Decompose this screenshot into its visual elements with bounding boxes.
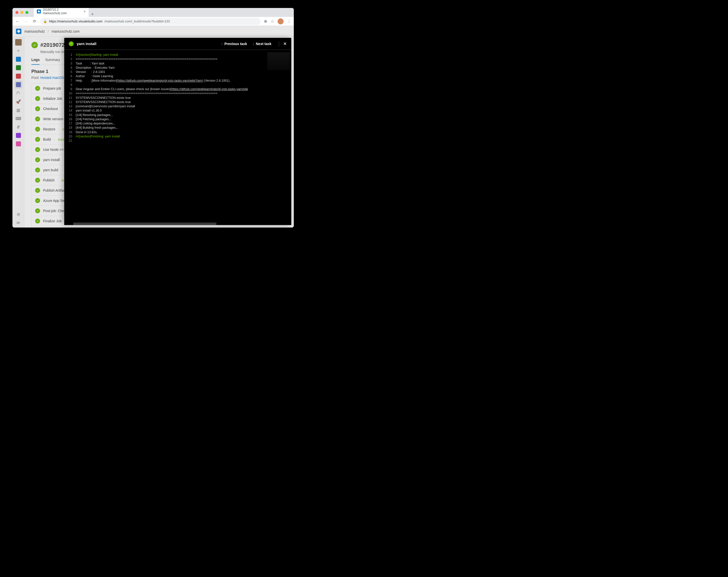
line-text: yarn install v1.16.0 [76,108,291,113]
log-line: 18[4/4] Building fresh packages... [64,126,291,130]
line-text: SYSTEMVSSCONNECTION exists true [76,100,291,104]
address-bar[interactable]: 🔒 https://mariusschulz.visualstudio.com/… [40,18,260,25]
line-text: ========================================… [76,91,291,96]
browser-toolbar: ← → ⟳ 🔒 https://mariusschulz.visualstudi… [12,17,294,26]
arrow-down-icon: ↓ [253,42,255,46]
line-number: 21 [64,139,76,143]
log-line: 19Done in 13.62s. [64,130,291,134]
line-number: 10 [64,91,76,96]
log-title: yarn install [77,42,96,46]
line-text: Done in 13.62s. [76,130,291,134]
log-line: 12SYSTEMVSSCONNECTION exists true [64,100,291,104]
close-log-button[interactable]: ✕ [279,41,287,47]
line-number: 13 [64,104,76,108]
new-tab-button[interactable]: + [91,12,94,17]
line-number: 14 [64,108,76,113]
line-text: [2/4] Fetching packages... [76,117,291,122]
log-line: 10======================================… [64,91,291,96]
line-text [76,83,291,87]
close-tab-icon[interactable]: × [84,9,86,14]
line-text: SYSTEMVSSCONNECTION exists true [76,96,291,100]
log-line: 5Version : 2.8.1001 [64,70,291,74]
browser-window: 20190722.2 mariusschulz.com × + ← → ⟳ 🔒 … [12,8,294,228]
line-number: 17 [64,122,76,126]
titlebar: 20190722.2 mariusschulz.com × + [12,8,294,17]
line-number: 5 [64,70,76,74]
minimize-window[interactable] [20,11,23,14]
line-number: 8 [64,83,76,87]
lock-icon: 🔒 [43,20,47,23]
log-line: 6Author : Geek Learning [64,74,291,78]
previous-task-button[interactable]: ↑ Previous task [221,42,247,46]
line-text [76,139,291,143]
log-line: 20##[section]Finishing: yarn install [64,134,291,139]
line-number: 15 [64,113,76,117]
line-number: 3 [64,61,76,66]
line-number: 2 [64,57,76,61]
log-panel: ✓ yarn install ↑ Previous task ↓ Next ta… [64,38,291,225]
log-line: 21 [64,139,291,143]
line-text: ========================================… [76,57,291,61]
line-text: Version : 2.8.1001 [76,70,291,74]
log-line: 16[2/4] Fetching packages... [64,117,291,122]
line-number: 6 [64,74,76,78]
forward-button[interactable]: → [23,19,28,24]
line-number: 9 [64,87,76,91]
log-line: 4Description : Executes Yarn [64,66,291,70]
browser-menu-icon[interactable]: ⋮ [287,19,291,24]
line-text: [1/4] Resolving packages... [76,113,291,117]
line-text: ##[section]Starting: yarn install [76,53,291,57]
log-line: 1##[section]Starting: yarn install [64,53,291,57]
line-number: 19 [64,130,76,134]
tab-title: 20190722.2 mariusschulz.com [43,8,80,15]
tabstrip: 20190722.2 mariusschulz.com × + [34,8,94,17]
line-text: Description : Executes Yarn [76,66,291,70]
log-header: ✓ yarn install ↑ Previous task ↓ Next ta… [64,38,291,50]
close-window[interactable] [16,11,19,14]
log-line: 8 [64,83,291,87]
prev-label: Previous task [224,42,247,46]
line-number: 11 [64,96,76,100]
arrow-up-icon: ↑ [221,42,223,46]
line-text: ##[section]Finishing: yarn install [76,134,291,139]
traffic-lights [16,11,28,14]
next-label: Next task [256,42,271,46]
azure-devops-favicon [37,9,41,14]
log-success-icon: ✓ [69,41,74,46]
line-text: Task : Yarn task [76,61,291,66]
browser-tab[interactable]: 20190722.2 mariusschulz.com × [34,8,88,17]
line-text: [command]/Users/vsts/.yarn/bin/yarn inst… [76,104,291,108]
line-text: Dear Angular and Ember CLI users, please… [76,87,291,91]
line-number: 4 [64,66,76,70]
log-line: 15[1/4] Resolving packages... [64,113,291,117]
line-number: 12 [64,100,76,104]
line-number: 20 [64,134,76,139]
log-line: 11SYSTEMVSSCONNECTION exists true [64,96,291,100]
log-line: 13[command]/Users/vsts/.yarn/bin/yarn in… [64,104,291,108]
next-task-button[interactable]: ↓ Next task [253,42,271,46]
log-line: 14yarn install v1.16.0 [64,108,291,113]
log-line: 7Help : [More Information](https://githu… [64,79,291,83]
line-text: [3/4] Linking dependencies... [76,122,291,126]
line-number: 16 [64,117,76,122]
log-line: 3Task : Yarn task [64,61,291,66]
log-body[interactable]: 1##[section]Starting: yarn install2=====… [64,50,291,222]
line-text: Author : Geek Learning [76,74,291,78]
line-text: [4/4] Building fresh packages... [76,126,291,130]
url-host: https://mariusschulz.visualstudio.com [49,20,103,23]
line-number: 1 [64,53,76,57]
log-scrollbar[interactable] [64,222,291,225]
bookmark-icon[interactable]: ☆ [270,19,274,24]
zoom-icon[interactable]: ⊕ [264,19,267,24]
reload-button[interactable]: ⟳ [32,19,37,24]
log-line: 17[3/4] Linking dependencies... [64,122,291,126]
line-text: Help : [More Information](https://github… [76,79,291,83]
line-number: 18 [64,126,76,130]
log-line: 9Dear Angular and Ember CLI users, pleas… [64,87,291,91]
line-number: 7 [64,79,76,83]
profile-avatar[interactable] [278,19,284,24]
url-path: /mariusschulz.com/_build/results?buildId… [105,20,170,23]
back-button[interactable]: ← [15,19,20,24]
zoom-window[interactable] [25,11,28,14]
log-line: 2=======================================… [64,57,291,61]
